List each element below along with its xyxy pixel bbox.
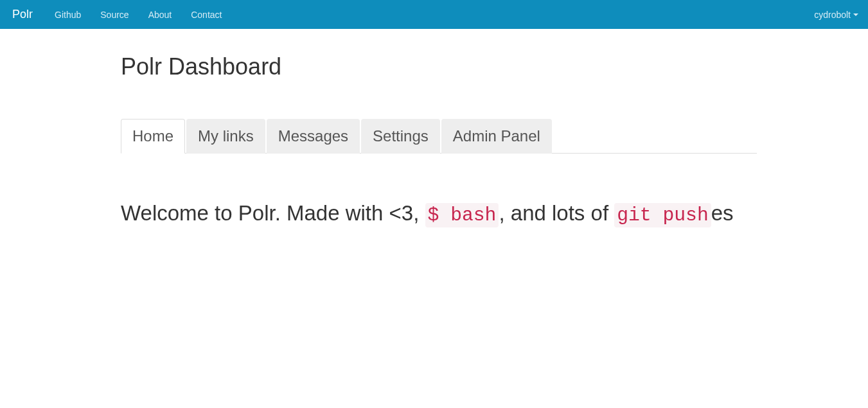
tab-settings[interactable]: Settings (361, 119, 440, 154)
nav-link-contact[interactable]: Contact (181, 1, 231, 29)
welcome-part3: es (711, 201, 734, 225)
main-container: Polr Dashboard Home My links Messages Se… (111, 53, 766, 228)
tab-settings-label: Settings (361, 119, 440, 154)
nav-tabs: Home My links Messages Settings Admin Pa… (121, 119, 757, 154)
user-dropdown[interactable]: cydrobolt (814, 10, 858, 20)
tab-admin-panel-label: Admin Panel (441, 119, 552, 154)
caret-down-icon (853, 13, 858, 16)
welcome-message: Welcome to Polr. Made with <3, $ bash, a… (121, 200, 757, 228)
nav-link-about[interactable]: About (139, 1, 182, 29)
navbar-left: Polr Github Source About Contact (10, 1, 231, 29)
welcome-part2: , and lots of (499, 201, 614, 225)
tab-messages[interactable]: Messages (267, 119, 360, 154)
nav-link-github[interactable]: Github (45, 1, 91, 29)
welcome-code-gitpush: git push (614, 203, 711, 227)
page-title: Polr Dashboard (121, 53, 757, 80)
navbar-nav: Github Source About Contact (45, 1, 231, 29)
tab-messages-label: Messages (267, 119, 360, 154)
welcome-part1: Welcome to Polr. Made with <3, (121, 201, 425, 225)
top-navbar: Polr Github Source About Contact cydrobo… (0, 0, 868, 29)
username-label: cydrobolt (814, 10, 851, 20)
tab-home[interactable]: Home (121, 119, 185, 154)
tab-my-links-label: My links (186, 119, 265, 154)
tab-my-links[interactable]: My links (186, 119, 265, 154)
welcome-code-bash: $ bash (425, 203, 499, 227)
navbar-brand[interactable]: Polr (10, 8, 35, 21)
tab-home-label: Home (121, 119, 185, 154)
tab-content: Welcome to Polr. Made with <3, $ bash, a… (121, 154, 757, 228)
nav-link-source[interactable]: Source (91, 1, 138, 29)
tab-admin-panel[interactable]: Admin Panel (441, 119, 552, 154)
navbar-right: cydrobolt (814, 10, 858, 20)
